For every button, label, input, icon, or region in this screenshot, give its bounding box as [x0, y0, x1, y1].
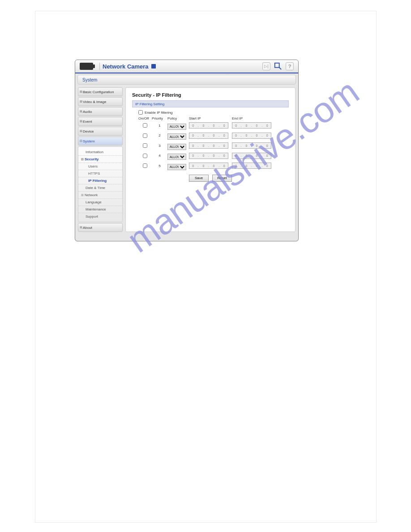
row-onoff-checkbox[interactable] [143, 163, 147, 168]
end-ip-input[interactable]: 0.0.0.0 [232, 142, 271, 149]
end-ip-input[interactable]: 0.0.0.0 [232, 153, 271, 159]
sidebar-item-network[interactable]: ⊞Network [78, 192, 122, 199]
sidebar-item-device[interactable]: ⊞Device [78, 127, 123, 136]
breadcrumb: System [77, 75, 296, 85]
row-policy-select[interactable]: ALLOW [167, 154, 186, 160]
app-title: Network Camera [103, 63, 149, 70]
row-priority: 1 [152, 124, 167, 128]
sidebar-item-system[interactable]: ⊟System [78, 137, 123, 146]
expand-icon: ⊞ [81, 193, 84, 197]
start-ip-input[interactable]: 0.0.0.0 [189, 133, 228, 139]
sidebar-item-maintenance[interactable]: Maintenance [78, 206, 122, 213]
titlebar: Network Camera ▷| ? [75, 60, 298, 73]
col-priority: Priority [152, 116, 167, 120]
magnifier-icon[interactable] [274, 62, 282, 70]
enable-row: Enable IP filtering [138, 110, 289, 115]
col-start-ip: Start IP [189, 116, 232, 120]
reset-button[interactable]: Reset [212, 175, 232, 182]
end-ip-input[interactable]: 0.0.0.0 [232, 122, 271, 129]
table-header: On/Off Priority Policy Start IP End IP [138, 116, 289, 120]
col-policy: Policy [167, 116, 189, 120]
enable-label: Enable IP filtering [145, 111, 173, 115]
sidebar: ⊞Basic Configuration ⊞Video & Image ⊞Aud… [78, 87, 123, 232]
play-icon[interactable]: ▷| [262, 62, 270, 70]
collapse-icon: ⊟ [80, 140, 82, 142]
sidebar-item-about[interactable]: ⊞About [78, 223, 123, 232]
sidebar-item-language[interactable]: Language [78, 199, 122, 206]
sidebar-item-support[interactable]: Support [78, 213, 122, 220]
camera-icon [80, 63, 93, 70]
row-onoff-checkbox[interactable] [143, 154, 147, 158]
filter-row: 1ALLOW0.0.0.00.0.0.0 [138, 121, 289, 130]
row-policy-select[interactable]: ALLOW [167, 164, 186, 170]
section-header: IP Filtering Setting [132, 100, 289, 107]
save-button[interactable]: Save [189, 175, 209, 182]
end-ip-input[interactable]: 0.0.0.0 [232, 133, 271, 139]
sidebar-item-information[interactable]: Information [78, 149, 122, 156]
sidebar-sublist-system: Information ⊟Security Users HTTPS IP Fil… [78, 146, 123, 222]
row-onoff-checkbox[interactable] [143, 133, 147, 138]
help-icon[interactable]: ? [286, 62, 294, 70]
row-priority: 5 [152, 164, 167, 168]
row-priority: 3 [152, 144, 167, 148]
start-ip-input[interactable]: 0.0.0.0 [189, 142, 228, 149]
svg-line-1 [279, 67, 281, 69]
start-ip-input[interactable]: 0.0.0.0 [189, 163, 228, 169]
expand-icon: ⊞ [80, 130, 82, 133]
expand-icon: ⊞ [80, 90, 82, 93]
sidebar-item-audio[interactable]: ⊞Audio [78, 107, 123, 116]
page-title: Security - IP Filtering [132, 92, 289, 98]
row-onoff-checkbox[interactable] [143, 143, 147, 148]
app-window: Network Camera ▷| ? System ⊞Basic Config… [75, 60, 299, 241]
expand-icon: ⊞ [80, 120, 82, 123]
body: ⊞Basic Configuration ⊞Video & Image ⊞Aud… [75, 85, 298, 241]
breadcrumb-text: System [82, 77, 97, 82]
enable-ip-filtering-checkbox[interactable] [138, 110, 143, 115]
sidebar-item-basic-configuration[interactable]: ⊞Basic Configuration [78, 87, 123, 96]
sidebar-item-users[interactable]: Users [78, 163, 122, 170]
col-end-ip: End IP [232, 116, 272, 120]
sidebar-item-date-time[interactable]: Date & Time [78, 184, 122, 192]
row-policy-select[interactable]: ALLOW [167, 133, 186, 140]
row-priority: 4 [152, 154, 167, 158]
divider [99, 63, 100, 70]
collapse-icon: ⊟ [81, 158, 84, 161]
sidebar-item-security[interactable]: ⊟Security [78, 156, 122, 163]
expand-icon: ⊞ [80, 110, 82, 113]
title-badge-icon [151, 64, 156, 69]
end-ip-input[interactable]: 0.0.0.0 [232, 163, 271, 169]
sidebar-item-ip-filtering[interactable]: IP Filtering [78, 177, 122, 184]
row-policy-select[interactable]: ALLOW [167, 144, 186, 150]
row-onoff-checkbox[interactable] [143, 123, 147, 128]
content-panel: Security - IP Filtering IP Filtering Set… [125, 87, 295, 232]
button-row: Save Reset [132, 175, 289, 182]
filter-row: 5ALLOW0.0.0.00.0.0.0 [138, 162, 289, 170]
sidebar-item-video-image[interactable]: ⊞Video & Image [78, 97, 123, 106]
filter-rows: 1ALLOW0.0.0.00.0.0.02ALLOW0.0.0.00.0.0.0… [132, 121, 289, 170]
filter-row: 3ALLOW0.0.0.00.0.0.0 [138, 142, 289, 150]
start-ip-input[interactable]: 0.0.0.0 [189, 153, 228, 159]
sidebar-item-event[interactable]: ⊞Event [78, 117, 123, 126]
page-container: Network Camera ▷| ? System ⊞Basic Config… [35, 11, 377, 523]
row-policy-select[interactable]: ALLOW [167, 124, 186, 130]
svg-rect-0 [275, 63, 279, 68]
sidebar-item-https[interactable]: HTTPS [78, 170, 122, 177]
filter-row: 2ALLOW0.0.0.00.0.0.0 [138, 132, 289, 140]
filter-row: 4ALLOW0.0.0.00.0.0.0 [138, 152, 289, 160]
start-ip-input[interactable]: 0.0.0.0 [189, 122, 228, 129]
row-priority: 2 [152, 133, 167, 137]
col-onoff: On/Off [138, 116, 152, 120]
expand-icon: ⊞ [80, 100, 82, 103]
expand-icon: ⊞ [80, 226, 82, 229]
